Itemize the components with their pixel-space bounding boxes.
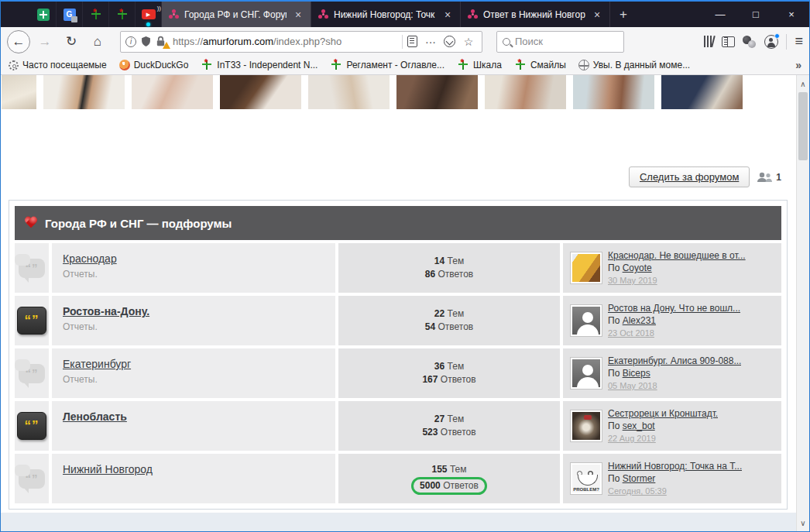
photo-thumbnail[interactable]: [308, 75, 390, 109]
scroll-down-icon[interactable]: ∨: [797, 519, 809, 527]
photo-thumbnail[interactable]: [661, 75, 743, 109]
reader-mode-icon[interactable]: [407, 36, 417, 47]
pinned-tab-forum-1[interactable]: *: [83, 2, 109, 27]
forward-button[interactable]: →: [33, 30, 57, 53]
forum-link-krasnodar[interactable]: Краснодар: [63, 252, 117, 265]
tab-spacer: [637, 2, 702, 27]
plant-icon: *: [116, 9, 129, 21]
last-post-date[interactable]: 30 May 2019: [608, 276, 657, 285]
author-link[interactable]: Biceps: [623, 368, 650, 379]
forum-row-lenoblast: “” Ленобласть 27 Тем 523 Ответов Сестрор…: [15, 401, 781, 451]
avatar[interactable]: [571, 410, 602, 441]
search-input[interactable]: [515, 36, 618, 47]
forum-row-rostov: “” Ростов-на-Дону. Отчеты. 22 Тем 54 Отв…: [15, 296, 781, 345]
insecure-lock-icon[interactable]: [156, 36, 168, 48]
forum-link-ekaterinburg[interactable]: Екатеринбург: [63, 358, 131, 370]
tab-cities-forum[interactable]: Города РФ и СНГ. Форум ×: [162, 2, 311, 27]
tab-playing-indicator: [146, 22, 150, 26]
bookmark-smiles[interactable]: *Смайлы: [514, 59, 566, 71]
close-icon[interactable]: ×: [591, 9, 603, 21]
forum-favicon: [168, 9, 179, 20]
extension-orbs-icon[interactable]: [743, 36, 757, 48]
bookmarks-overflow-icon[interactable]: »: [795, 59, 801, 71]
avatar[interactable]: [571, 305, 602, 336]
photo-thumbnail[interactable]: [132, 75, 213, 109]
last-post-link[interactable]: Ростов на Дону. Что не вошл...: [608, 302, 740, 314]
last-post-link[interactable]: Нижний Новгород: Точка на Т...: [608, 460, 742, 472]
forum-link-lenoblast[interactable]: Ленобласть: [63, 410, 127, 423]
forum-row-ekaterinburg: “” Екатеринбург Отчеты. 36 Тем 167 Ответ…: [15, 348, 781, 398]
forum-link-nizhny-novgorod[interactable]: Нижний Новгород: [63, 463, 153, 475]
author-link[interactable]: Stormer: [623, 473, 656, 484]
close-icon[interactable]: ×: [441, 9, 454, 21]
tracking-shield-icon[interactable]: [141, 36, 151, 47]
avatar-trollface[interactable]: PROBLEM?: [571, 463, 602, 494]
bookmark-int33[interactable]: *InT33 - Independent N...: [201, 59, 317, 71]
address-bar[interactable]: i https://amurforum.com/index.php?sho ··…: [120, 31, 482, 53]
last-post-link[interactable]: Краснодар. Не вошедшее в от...: [608, 249, 746, 262]
search-bar[interactable]: [496, 31, 624, 53]
plant-icon: *: [201, 59, 213, 71]
library-icon[interactable]: [704, 36, 714, 47]
new-tab-button[interactable]: +: [610, 2, 637, 27]
minimize-button[interactable]: —: [702, 2, 738, 27]
author-link[interactable]: sex_bot: [623, 420, 655, 431]
bookmark-star-icon[interactable]: ☆: [460, 36, 477, 48]
close-icon[interactable]: ×: [292, 9, 304, 21]
page-info-icon[interactable]: i: [125, 36, 136, 47]
photo-thumbnail[interactable]: [43, 75, 125, 109]
bookmark-duckduckgo[interactable]: DuckDuckGo: [119, 60, 189, 70]
avatar[interactable]: [571, 252, 602, 283]
photo-thumbnail[interactable]: [485, 75, 566, 109]
last-post-date[interactable]: 23 Oct 2018: [608, 328, 654, 338]
bookmark-shkala[interactable]: *Шкала: [457, 59, 502, 71]
globe-icon: [578, 60, 589, 70]
pinned-tab-youtube[interactable]: ▶ )): [136, 2, 162, 27]
scrollbar-thumb[interactable]: [798, 92, 808, 160]
bookmark-reglament[interactable]: *Регламент - Оглавле...: [330, 59, 444, 71]
back-button[interactable]: ←: [7, 30, 30, 53]
pocket-icon[interactable]: [444, 36, 455, 47]
tab-nizhny-novgorod[interactable]: Нижний Новгород: Точк ×: [311, 2, 461, 27]
forum-stats: 14 Тем 86 Ответов: [338, 243, 560, 293]
page-actions-icon[interactable]: ···: [422, 36, 439, 48]
last-post-link[interactable]: Сестрорецк и Кронштадт.: [608, 407, 718, 420]
account-icon[interactable]: [764, 35, 778, 49]
by-label: По: [608, 473, 620, 484]
last-post-link[interactable]: Екатеринбург. Алиса 909-088...: [608, 355, 741, 367]
reload-button[interactable]: ↻: [60, 30, 83, 53]
avatar[interactable]: [571, 358, 602, 389]
photo-thumbnail[interactable]: [2, 75, 36, 109]
last-post-date[interactable]: Сегодня, 05:39: [608, 486, 667, 496]
scroll-up-icon[interactable]: ∧: [797, 80, 809, 88]
bookmark-label: Смайлы: [530, 60, 566, 70]
menu-icon[interactable]: ≡: [795, 33, 803, 50]
tab-reply-nizhny[interactable]: Ответ в Нижний Новгор ×: [461, 2, 610, 27]
scrollbar[interactable]: ∧ ∨: [796, 75, 809, 532]
forum-stats: 155 Тем 5000 Ответов: [338, 454, 560, 503]
pinned-tab-spreadsheet[interactable]: [30, 2, 57, 27]
author-link[interactable]: Coyote: [623, 263, 652, 273]
last-post-date[interactable]: 22 Aug 2019: [608, 434, 656, 443]
author-link[interactable]: Alex231: [623, 315, 656, 326]
home-button[interactable]: ⌂: [86, 30, 109, 53]
forum-link-rostov[interactable]: Ростов-на-Дону.: [63, 305, 149, 317]
photo-thumbnail[interactable]: [396, 75, 478, 109]
last-post-date[interactable]: 05 May 2018: [608, 381, 657, 390]
by-label: По: [608, 263, 620, 273]
photo-thumbnail[interactable]: [220, 75, 301, 109]
follow-forum-button[interactable]: Следить за форумом: [629, 166, 750, 187]
page-content: Следить за форумом 1 Города РФ и СНГ — п…: [1, 75, 809, 532]
photo-thumbnail[interactable]: [573, 75, 654, 109]
sidebar-icon[interactable]: [722, 36, 735, 47]
url-text[interactable]: https://amurforum.com/index.php?sho: [173, 36, 397, 47]
pinned-tab-translate[interactable]: G: [57, 2, 83, 27]
tab-audio-icon[interactable]: )): [157, 5, 161, 12]
pinned-tab-forum-2[interactable]: *: [109, 2, 136, 27]
bookmark-uvy[interactable]: Увы. В данный моме...: [578, 60, 690, 70]
translate-icon: G: [63, 9, 76, 21]
bookmark-frequent[interactable]: Часто посещаемые: [9, 60, 107, 70]
window-close-button[interactable]: ×: [774, 2, 809, 27]
maximize-button[interactable]: □: [738, 2, 774, 27]
navigation-toolbar: ← → ↻ ⌂ i https://amurforum.com/index.ph…: [1, 27, 809, 56]
